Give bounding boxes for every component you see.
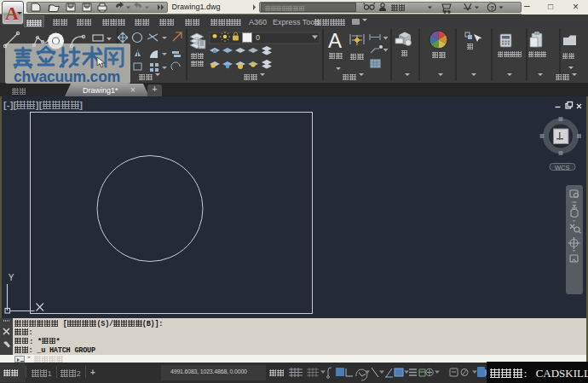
svg-text:Y: Y: [9, 273, 14, 282]
svg-text:?: ?: [490, 4, 494, 12]
svg-text:A: A: [328, 29, 342, 52]
svg-text:0: 0: [256, 33, 260, 42]
svg-text:WCS: WCS: [555, 164, 570, 171]
